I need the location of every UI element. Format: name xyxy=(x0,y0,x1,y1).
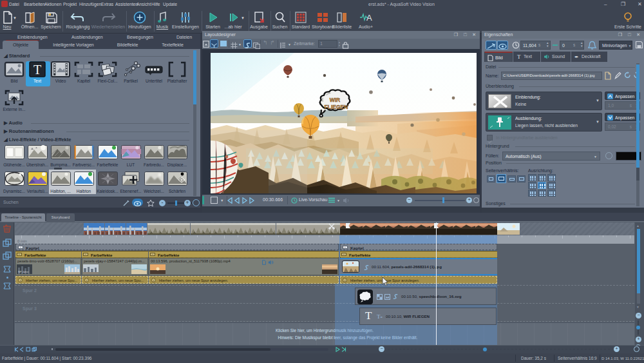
svg-text:T: T xyxy=(33,63,41,77)
svg-text:A: A xyxy=(366,13,372,23)
svg-text:FLIEGEN: FLIEGEN xyxy=(325,104,348,110)
svg-text:WIR: WIR xyxy=(330,97,341,103)
svg-text:SP Jahre: SP Jahre xyxy=(18,270,29,273)
